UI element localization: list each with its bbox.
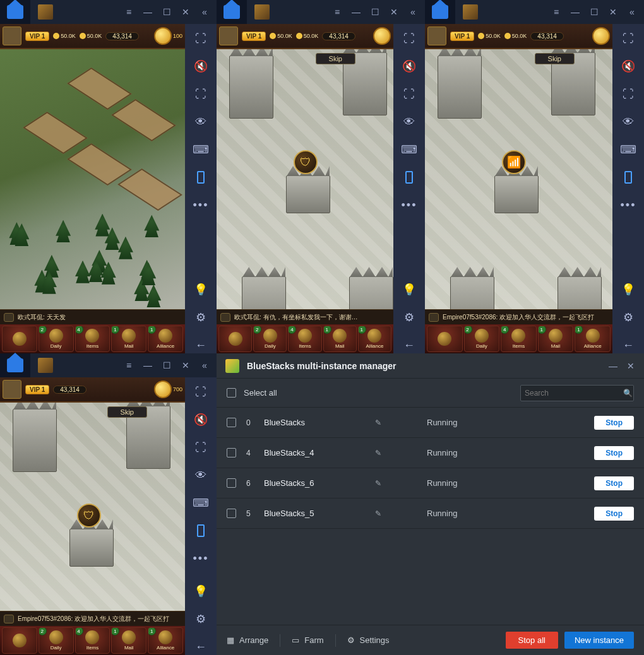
mute-button[interactable]: 🔇: [193, 58, 209, 74]
keyboard-button[interactable]: ⌨: [193, 141, 209, 158]
game-menu-items[interactable]: 4Items: [75, 326, 110, 352]
select-all-checkbox[interactable]: [227, 388, 236, 398]
game-menu-alliance[interactable]: 1Alliance: [358, 326, 391, 352]
game-menu-mail[interactable]: 1Mail: [538, 326, 574, 352]
farm-button[interactable]: ▭ Farm: [292, 635, 323, 645]
skip-button[interactable]: Skip: [316, 53, 355, 64]
focus-button[interactable]: ⛶: [401, 86, 417, 102]
stop-button[interactable]: Stop: [594, 476, 634, 490]
skip-button[interactable]: Skip: [107, 406, 147, 418]
back-button[interactable]: ←: [620, 337, 636, 353]
edit-name-button[interactable]: ✎: [375, 418, 381, 427]
edit-name-button[interactable]: ✎: [375, 509, 381, 518]
window-close-button[interactable]: ✕: [609, 8, 617, 16]
player-avatar[interactable]: [3, 380, 21, 399]
chat-bar[interactable]: Empire07f53#2086: 欢迎加入华人交流群，一起飞区打: [425, 309, 612, 324]
game-viewport[interactable]: 📶Skip: [425, 49, 612, 309]
game-viewport[interactable]: 🛡Skip: [217, 49, 393, 309]
skip-button[interactable]: Skip: [535, 53, 575, 64]
eye-button[interactable]: 👁: [401, 114, 417, 130]
game-menu-main[interactable]: [2, 627, 37, 654]
mute-button[interactable]: 🔇: [401, 58, 417, 74]
wifi-icon[interactable]: 📶: [502, 150, 526, 174]
keyboard-button[interactable]: ⌨: [193, 495, 209, 511]
edit-name-button[interactable]: ✎: [375, 449, 381, 457]
game-menu-main[interactable]: [2, 326, 37, 352]
game-menu-mail[interactable]: 1Mail: [111, 627, 146, 654]
window-collapse-button[interactable]: «: [200, 361, 209, 370]
mute-button[interactable]: 🔇: [193, 411, 209, 428]
more-button[interactable]: [193, 550, 209, 567]
gold-coin-icon[interactable]: [154, 381, 172, 398]
phone-button[interactable]: [401, 169, 417, 186]
back-button[interactable]: ←: [401, 337, 417, 353]
game-menu-items[interactable]: 4Items: [288, 326, 321, 352]
stop-button[interactable]: Stop: [594, 446, 634, 460]
stop-all-button[interactable]: Stop all: [506, 632, 558, 649]
focus-button[interactable]: ⛶: [620, 86, 636, 102]
tip-button[interactable]: 💡: [193, 583, 209, 599]
chat-bar[interactable]: 欧式耳侃: 天天发: [0, 309, 185, 324]
tab-home[interactable]: [217, 0, 247, 24]
window-minimize-button[interactable]: —: [143, 8, 152, 16]
game-menu-daily[interactable]: 2Daily: [253, 326, 287, 352]
row-checkbox[interactable]: [227, 448, 236, 457]
game-menu-daily[interactable]: 2Daily: [39, 627, 74, 654]
fullscreen-button[interactable]: ⛶: [193, 30, 209, 47]
back-button[interactable]: ←: [193, 337, 209, 353]
tab-home[interactable]: [0, 353, 30, 377]
player-avatar[interactable]: [219, 27, 238, 45]
search-box[interactable]: 🔍: [520, 385, 634, 401]
manager-close-button[interactable]: ✕: [626, 362, 635, 370]
gold-coin-icon[interactable]: [154, 27, 172, 45]
tab-game[interactable]: [30, 0, 61, 24]
eye-button[interactable]: 👁: [620, 114, 636, 130]
back-button[interactable]: ←: [193, 639, 209, 655]
game-menu-alliance[interactable]: 1Alliance: [575, 326, 611, 352]
window-minimize-button[interactable]: —: [571, 8, 580, 16]
row-checkbox[interactable]: [227, 478, 236, 488]
settings-button[interactable]: ⚙: [401, 309, 417, 326]
game-menu-mail[interactable]: 1Mail: [111, 326, 146, 352]
tip-button[interactable]: 💡: [193, 281, 209, 298]
window-maximize-button[interactable]: ☐: [590, 8, 599, 16]
player-avatar[interactable]: [3, 27, 21, 45]
game-menu-mail[interactable]: 1Mail: [323, 326, 357, 352]
mute-button[interactable]: 🔇: [620, 58, 636, 74]
more-button[interactable]: [401, 197, 417, 213]
gold-coin-icon[interactable]: [592, 27, 610, 45]
game-menu-daily[interactable]: 2Daily: [39, 326, 74, 352]
game-menu-items[interactable]: 4Items: [501, 326, 537, 352]
window-maximize-button[interactable]: ☐: [162, 361, 171, 370]
game-viewport[interactable]: [0, 49, 185, 309]
window-menu-button[interactable]: ≡: [552, 8, 561, 16]
player-avatar[interactable]: [427, 27, 446, 45]
stop-button[interactable]: Stop: [594, 416, 634, 430]
tab-home[interactable]: [425, 0, 455, 24]
settings-button[interactable]: ⚙: [193, 611, 209, 627]
window-menu-button[interactable]: ≡: [124, 361, 133, 370]
tab-game[interactable]: [247, 0, 277, 24]
fullscreen-button[interactable]: ⛶: [193, 384, 209, 400]
eye-button[interactable]: 👁: [193, 467, 209, 483]
window-minimize-button[interactable]: —: [352, 8, 361, 16]
shield-icon[interactable]: 🛡: [294, 150, 318, 174]
arrange-button[interactable]: ▦ Arrange: [227, 635, 268, 645]
window-maximize-button[interactable]: ☐: [162, 8, 171, 16]
manager-settings-button[interactable]: ⚙ Settings: [347, 635, 390, 645]
tab-home[interactable]: [0, 0, 30, 24]
game-viewport[interactable]: 🛡Skip: [0, 403, 185, 611]
game-menu-alliance[interactable]: 1Alliance: [148, 326, 183, 352]
tip-button[interactable]: 💡: [401, 281, 417, 298]
eye-button[interactable]: 👁: [193, 114, 209, 130]
gold-coin-icon[interactable]: [373, 27, 391, 45]
window-close-button[interactable]: ✕: [181, 8, 190, 16]
window-menu-button[interactable]: ≡: [333, 8, 342, 16]
window-close-button[interactable]: ✕: [181, 361, 190, 370]
window-collapse-button[interactable]: «: [628, 8, 636, 16]
game-menu-daily[interactable]: 2Daily: [464, 326, 500, 352]
stop-button[interactable]: Stop: [594, 507, 634, 521]
edit-name-button[interactable]: ✎: [375, 479, 381, 488]
phone-button[interactable]: [193, 522, 209, 539]
more-button[interactable]: [193, 197, 209, 213]
